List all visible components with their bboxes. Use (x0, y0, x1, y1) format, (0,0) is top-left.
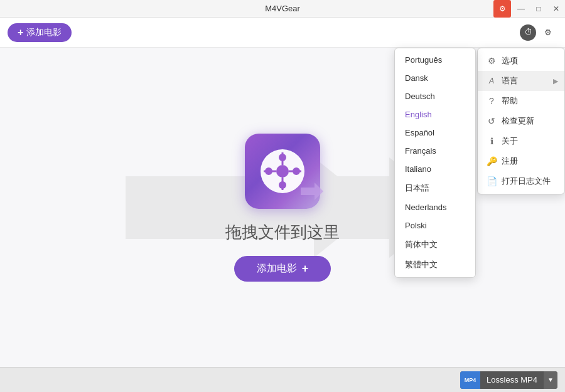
title-bar: M4VGear ⚙ — □ ✕ (0, 0, 565, 18)
film-reel-icon (257, 146, 308, 196)
drag-text: 拖拽文件到这里 (225, 221, 340, 243)
about-icon: ℹ (487, 136, 497, 146)
add-movie-center-button[interactable]: 添加电影 + (234, 256, 331, 282)
language-icon: A (487, 77, 497, 85)
menu-item-language[interactable]: A 语言 ▶ (478, 71, 564, 91)
lang-portuguese[interactable]: Português (395, 51, 475, 69)
maximize-button[interactable]: □ (530, 0, 547, 18)
check-update-label: 检查更新 (502, 115, 534, 127)
gear-icon-button[interactable]: ⚙ (539, 23, 557, 42)
language-label: 语言 (502, 75, 518, 87)
svg-point-3 (276, 165, 289, 177)
menu-item-check-update[interactable]: ↺ 检查更新 (478, 111, 564, 131)
add-movie-label: 添加电影 (26, 27, 62, 38)
minimize-button[interactable]: — (512, 0, 530, 18)
format-selector[interactable]: MP4 Lossless MP4 ▼ (460, 371, 557, 389)
lang-danish[interactable]: Dansk (395, 69, 475, 87)
add-movie-center-label: 添加电影 (257, 262, 297, 275)
submenu-arrow-icon: ▶ (553, 77, 558, 85)
title-bar-controls: ⚙ — □ ✕ (493, 0, 565, 17)
close-button[interactable]: ✕ (547, 0, 565, 18)
lang-japanese[interactable]: 日本語 (395, 178, 475, 198)
update-icon: ↺ (487, 116, 497, 126)
menu-item-open-log[interactable]: 📄 打开日志文件 (478, 171, 564, 191)
format-dropdown-arrow[interactable]: ▼ (544, 371, 557, 389)
lang-german[interactable]: Deutsch (395, 87, 475, 105)
svg-marker-12 (301, 183, 323, 200)
lang-french[interactable]: Français (395, 142, 475, 160)
clock-icon-button[interactable]: ⏱ (520, 24, 536, 41)
menu-item-help[interactable]: ? 帮助 (478, 91, 564, 111)
bottom-bar: MP4 Lossless MP4 ▼ (0, 367, 565, 392)
help-label: 帮助 (502, 95, 518, 107)
lang-dutch[interactable]: Nederlands (395, 198, 475, 216)
help-icon: ? (487, 96, 497, 106)
add-movie-button[interactable]: + 添加电影 (8, 23, 72, 42)
top-bar-right: ⏱ ⚙ (520, 23, 557, 42)
app-title: M4VGear (265, 4, 300, 13)
format-label: Lossless MP4 (480, 375, 544, 384)
lang-italian[interactable]: Italiano (395, 160, 475, 178)
open-log-label: 打开日志文件 (502, 176, 551, 187)
register-icon: 🔑 (487, 156, 497, 166)
lang-english[interactable]: English (395, 105, 475, 124)
add-plus-icon: + (18, 27, 23, 38)
menu-item-about[interactable]: ℹ 关于 (478, 131, 564, 151)
menu-item-options[interactable]: ⚙ 选项 (478, 51, 564, 71)
drop-area: 拖拽文件到这里 添加电影 + (225, 134, 340, 282)
add-center-plus-icon: + (302, 262, 309, 275)
lang-traditional-chinese[interactable]: 繁體中文 (395, 255, 475, 275)
register-label: 注册 (502, 156, 518, 167)
lang-polish[interactable]: Polski (395, 216, 475, 235)
format-icon: MP4 (460, 371, 480, 389)
lang-simplified-chinese[interactable]: 简体中文 (395, 235, 475, 255)
log-icon: 📄 (487, 176, 497, 186)
lang-spanish[interactable]: Español (395, 124, 475, 142)
settings-dropdown: ⚙ 选项 A 语言 ▶ ? 帮助 ↺ 检查更新 ℹ 关于 🔑 注册 📄 打开日志… (477, 48, 565, 194)
language-submenu: Português Dansk Deutsch English Español … (394, 48, 476, 278)
top-bar: + 添加电影 ⏱ ⚙ (0, 18, 565, 48)
app-icon (245, 134, 320, 209)
settings-icon-title[interactable]: ⚙ (493, 0, 511, 18)
options-label: 选项 (502, 55, 518, 66)
options-icon: ⚙ (487, 56, 497, 66)
about-label: 关于 (502, 135, 518, 147)
menu-item-register[interactable]: 🔑 注册 (478, 151, 564, 171)
